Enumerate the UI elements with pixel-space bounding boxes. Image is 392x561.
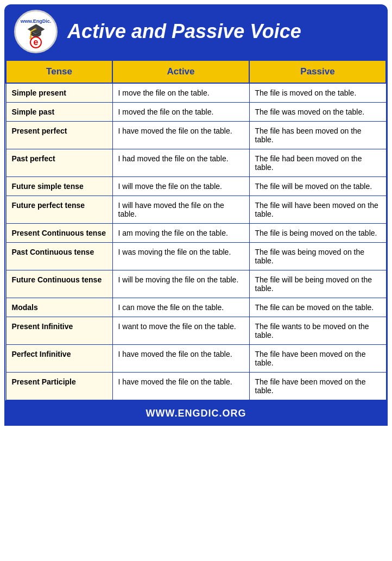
tense-cell: Simple past <box>6 103 112 122</box>
tense-cell: Future simple tense <box>6 177 112 196</box>
table-row: Past perfectI had moved the file on the … <box>6 149 386 177</box>
tense-cell: Present perfect <box>6 122 112 149</box>
passive-cell: The file had been moved on the table. <box>249 149 386 177</box>
active-cell: I move the file on the table. <box>112 83 249 103</box>
table-row: Present perfectI have moved the file on … <box>6 122 386 149</box>
tense-cell: Past Continuous tense <box>6 243 112 270</box>
col-header-active: Active <box>112 60 249 83</box>
table-row: ModalsI can move the file on the table.T… <box>6 298 386 317</box>
active-cell: I have moved the file on the table. <box>112 122 249 149</box>
table-row: Present InfinitiveI want to move the fil… <box>6 317 386 345</box>
active-cell: I will move the file on the table. <box>112 177 249 196</box>
table-row: Future simple tenseI will move the file … <box>6 177 386 196</box>
logo: www.EngDic. 🎓 e org <box>14 10 58 53</box>
passive-cell: The file will be being moved on the tabl… <box>249 270 386 298</box>
table-row: Simple presentI move the file on the tab… <box>6 83 386 103</box>
footer-text: WWW.ENGDIC.ORG <box>146 408 246 419</box>
table-row: Future perfect tenseI will have moved th… <box>6 196 386 224</box>
active-cell: I am moving the file on the table. <box>112 224 249 243</box>
col-header-tense: Tense <box>6 60 112 83</box>
passive-cell: The file wants to be moved on the table. <box>249 317 386 345</box>
active-cell: I had moved the file on the table. <box>112 149 249 177</box>
active-cell: I moved the file on the table. <box>112 103 249 122</box>
table-row: Perfect InfinitiveI have moved the file … <box>6 345 386 373</box>
active-cell: I will be moving the file on the table. <box>112 270 249 298</box>
table-row: Future Continuous tenseI will be moving … <box>6 270 386 298</box>
main-table-wrapper: Tense Active Passive Simple presentI mov… <box>4 59 388 401</box>
passive-cell: The file is being moved on the table. <box>249 224 386 243</box>
active-cell: I can move the file on the table. <box>112 298 249 317</box>
page-title: Active and Passive Voice <box>67 20 301 43</box>
passive-cell: The file can be moved on the table. <box>249 298 386 317</box>
tense-cell: Simple present <box>6 83 112 103</box>
tense-cell: Present Participle <box>6 373 112 400</box>
table-row: Past Continuous tenseI was moving the fi… <box>6 243 386 270</box>
logo-e-icon: e <box>30 36 42 48</box>
table-row: Simple pastI moved the file on the table… <box>6 103 386 122</box>
footer: WWW.ENGDIC.ORG <box>4 401 388 426</box>
tense-cell: Modals <box>6 298 112 317</box>
tense-cell: Future perfect tense <box>6 196 112 224</box>
passive-cell: The file was moved on the table. <box>249 103 386 122</box>
tense-cell: Present Continuous tense <box>6 224 112 243</box>
passive-cell: The file will have been moved on the tab… <box>249 196 386 224</box>
header: www.EngDic. 🎓 e org Active and Passive V… <box>4 4 388 59</box>
passive-cell: The file is moved on the table. <box>249 83 386 103</box>
active-cell: I have moved the file on the table. <box>112 373 249 400</box>
tense-cell: Perfect Infinitive <box>6 345 112 373</box>
table-row: Present Continuous tenseI am moving the … <box>6 224 386 243</box>
passive-cell: The file was being moved on the table. <box>249 243 386 270</box>
passive-cell: The file have been moved on the table. <box>249 345 386 373</box>
tense-cell: Present Infinitive <box>6 317 112 345</box>
tense-cell: Past perfect <box>6 149 112 177</box>
col-header-passive: Passive <box>249 60 386 83</box>
tense-cell: Future Continuous tense <box>6 270 112 298</box>
passive-cell: The file have been moved on the table. <box>249 373 386 400</box>
passive-cell: The file will be moved on the table. <box>249 177 386 196</box>
active-cell: I will have moved the file on the table. <box>112 196 249 224</box>
active-cell: I want to move the file on the table. <box>112 317 249 345</box>
table-header-row: Tense Active Passive <box>6 60 386 83</box>
active-cell: I have moved the file on the table. <box>112 345 249 373</box>
active-cell: I was moving the file on the table. <box>112 243 249 270</box>
table-row: Present ParticipleI have moved the file … <box>6 373 386 400</box>
voice-table: Tense Active Passive Simple presentI mov… <box>5 60 387 400</box>
passive-cell: The file has been moved on the table. <box>249 122 386 149</box>
